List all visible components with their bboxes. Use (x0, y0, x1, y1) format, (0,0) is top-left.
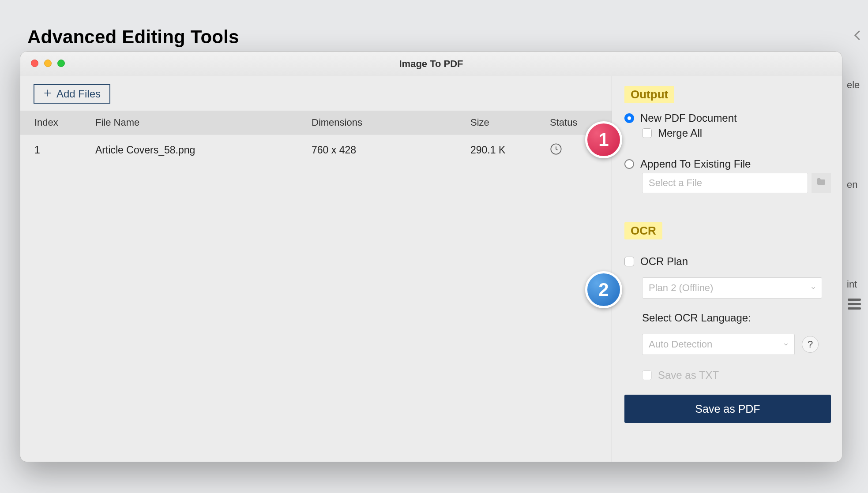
obscured-background-text: ele en int (847, 79, 868, 290)
file-list-pane: Add Files Index File Name Dimensions Siz… (20, 76, 612, 462)
plus-icon (43, 88, 52, 100)
save-txt-row: Save as TXT (642, 369, 831, 381)
ocr-plan-label: OCR Plan (640, 255, 688, 268)
table-header: Index File Name Dimensions Size Status (20, 111, 612, 134)
help-icon: ? (808, 339, 813, 350)
save-as-pdf-button[interactable]: Save as PDF (624, 395, 831, 423)
merge-all-checkbox[interactable] (642, 128, 652, 138)
cell-file-name: Article Covers_58.png (95, 144, 312, 156)
append-radio-row[interactable]: Append To Existing File (624, 158, 831, 170)
page-title: Advanced Editing Tools (0, 0, 868, 56)
chevron-down-icon (783, 339, 789, 350)
cell-dimensions: 760 x 428 (312, 144, 470, 156)
minimize-icon[interactable] (44, 60, 52, 67)
hamburger-icon[interactable] (848, 296, 861, 312)
window-controls (31, 60, 65, 67)
folder-icon (815, 176, 827, 190)
merge-all-row[interactable]: Merge All (642, 127, 831, 139)
new-pdf-radio-row[interactable]: New PDF Document (624, 112, 831, 124)
help-button[interactable]: ? (802, 336, 819, 353)
annotation-badge-1: 1 (585, 121, 622, 158)
add-files-button[interactable]: Add Files (34, 84, 110, 104)
files-table: Index File Name Dimensions Size Status 1… (20, 111, 612, 166)
window-title: Image To PDF (399, 58, 463, 70)
image-to-pdf-window: Image To PDF Add Files Index File Name D… (20, 51, 842, 462)
ocr-language-select[interactable]: Auto Detection (642, 334, 795, 355)
append-file-field[interactable]: Select a File (642, 173, 808, 193)
ocr-plan-select-value: Plan 2 (Offline) (649, 282, 713, 294)
ocr-language-value: Auto Detection (649, 339, 712, 350)
options-pane: Output New PDF Document Merge All Append… (612, 76, 842, 462)
annotation-badge-2: 2 (585, 271, 622, 308)
append-label: Append To Existing File (640, 158, 751, 170)
append-radio[interactable] (624, 159, 634, 169)
col-header-size[interactable]: Size (470, 117, 550, 128)
cell-index: 1 (20, 144, 95, 156)
ocr-language-label: Select OCR Language: (642, 312, 831, 324)
save-txt-label: Save as TXT (658, 369, 719, 381)
col-header-file-name[interactable]: File Name (95, 117, 312, 128)
col-header-index[interactable]: Index (20, 117, 95, 128)
col-header-dimensions[interactable]: Dimensions (312, 117, 470, 128)
browse-folder-button[interactable] (812, 173, 831, 193)
titlebar: Image To PDF (20, 52, 842, 76)
output-heading: Output (624, 86, 674, 103)
ocr-plan-checkbox[interactable] (624, 257, 634, 266)
table-row[interactable]: 1 Article Covers_58.png 760 x 428 290.1 … (20, 134, 612, 166)
maximize-icon[interactable] (57, 60, 65, 67)
save-txt-checkbox (642, 370, 652, 380)
merge-all-label: Merge All (658, 127, 702, 139)
new-pdf-radio[interactable] (624, 113, 634, 123)
back-chevron-icon[interactable] (851, 26, 864, 46)
new-pdf-label: New PDF Document (640, 112, 737, 124)
add-files-label: Add Files (56, 88, 101, 100)
ocr-plan-row[interactable]: OCR Plan (624, 255, 831, 268)
cell-size: 290.1 K (470, 144, 550, 156)
ocr-heading: OCR (624, 222, 662, 239)
close-icon[interactable] (31, 60, 38, 67)
append-file-row: Select a File (642, 173, 831, 193)
ocr-plan-select[interactable]: Plan 2 (Offline) (642, 277, 822, 299)
chevron-down-icon (810, 282, 816, 294)
